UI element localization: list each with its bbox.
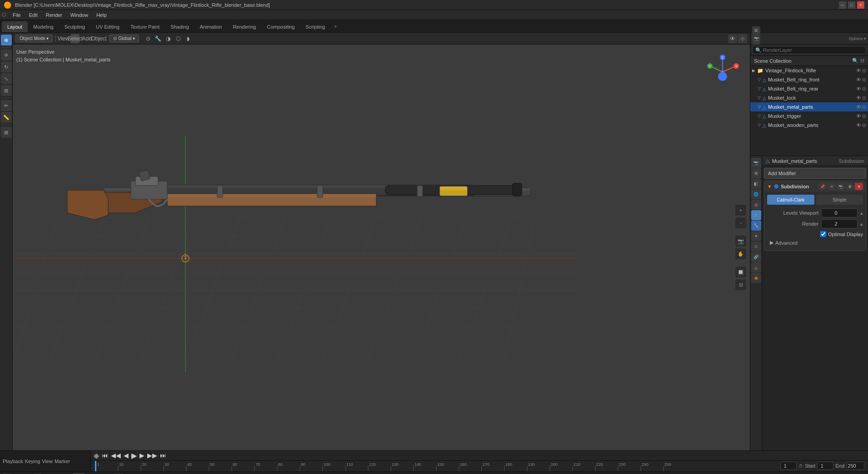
outliner-item-metal-parts[interactable]: ▽ △ Musket_metal_parts 👁 ⊙ <box>750 102 868 111</box>
next-keyframe-btn[interactable]: ▶▶ <box>147 452 157 459</box>
tab-texture-paint[interactable]: Texture Paint <box>125 21 165 32</box>
outliner-item-belt-ring-rear[interactable]: ▽ △ Musket_Belt_ring_rear 👁 ⊙ <box>750 84 868 93</box>
outliner-item-wooden[interactable]: ▽ △ Musket_wooden_parts 👁 ⊙ <box>750 121 868 130</box>
props-physics-btn[interactable]: ⊂ <box>751 242 761 252</box>
props-object-btn[interactable]: ▿ <box>751 210 761 220</box>
tool-move[interactable]: ✛ <box>1 50 12 61</box>
vis-sel-2[interactable]: ⊙ <box>862 86 866 92</box>
outliner-item-belt-ring-front[interactable]: ▽ △ Musket_Belt_ring_front 👁 ⊙ <box>750 75 868 84</box>
tool-measure[interactable]: 📏 <box>1 112 12 123</box>
start-frame-input[interactable] <box>817 462 833 470</box>
vis-eye-4[interactable]: 👁 <box>856 104 861 110</box>
next-frame-btn[interactable]: ▶ <box>140 452 145 459</box>
pivot-icon[interactable]: ⊙ <box>144 34 153 43</box>
add-modifier-button[interactable]: Add Modifier <box>764 168 866 179</box>
marker-menu[interactable]: Marker <box>55 459 70 464</box>
props-view-layer-btn[interactable]: ◧ <box>751 179 761 189</box>
props-constraints-btn[interactable]: 🔗 <box>751 252 761 262</box>
view-menu-tl[interactable]: View <box>42 459 53 464</box>
xray-icon[interactable]: ⬡ <box>174 34 183 43</box>
snap-icon[interactable]: 🔧 <box>154 34 163 43</box>
modifier-render-btn2[interactable]: 🖥 <box>846 183 854 190</box>
nav-gizmo[interactable]: Z X Y <box>704 54 741 90</box>
tool-add[interactable]: ⊞ <box>1 127 12 138</box>
view-menu[interactable]: View <box>59 34 68 43</box>
props-modifier-btn[interactable]: 🔧 <box>751 221 761 231</box>
local-view-btn[interactable]: 🔲 <box>735 267 746 277</box>
tool-rotate[interactable]: ↻ <box>1 61 12 72</box>
props-search-input[interactable] <box>752 46 866 54</box>
outliner-filter-icon[interactable]: 🔍 <box>852 58 858 64</box>
jump-end-btn[interactable]: ⏭ <box>160 452 166 459</box>
render-input[interactable]: 2 <box>821 219 858 228</box>
modifier-edit-btn[interactable]: ✏ <box>828 183 836 190</box>
outliner-item-collection[interactable]: ▶ 📁 Vintage_Flintlock_Rifle 👁 ⊙ <box>750 66 868 75</box>
props-particles-btn[interactable]: ✦ <box>751 231 761 241</box>
prev-frame-btn[interactable]: ◀ <box>124 452 129 459</box>
tab-scripting[interactable]: Scripting <box>300 21 330 32</box>
vis-sel-3[interactable]: ⊙ <box>862 95 866 101</box>
props-render-btn[interactable]: 📷 <box>751 158 761 168</box>
menu-file[interactable]: File <box>9 11 25 19</box>
tool-transform[interactable]: ⊞ <box>1 85 12 96</box>
vis-eye-5[interactable]: 👁 <box>856 113 861 119</box>
optimal-display-checkbox[interactable] <box>820 231 826 237</box>
tab-compositing[interactable]: Compositing <box>261 21 300 32</box>
vis-eye-6[interactable]: 👁 <box>856 122 861 128</box>
levels-viewport-decrement[interactable]: ▴ <box>860 210 863 216</box>
select-menu[interactable]: Select <box>70 34 80 43</box>
outliner-item-trigger[interactable]: ▽ △ Musket_trigger 👁 ⊙ <box>750 111 868 121</box>
tool-annotate[interactable]: ✏ <box>1 100 12 111</box>
minimize-button[interactable]: ─ <box>839 1 846 9</box>
render-decrement[interactable]: ▴ <box>860 221 863 227</box>
gizmo-btn[interactable]: ⊹ <box>738 34 747 43</box>
props-icon-render[interactable]: 📷 <box>752 35 760 43</box>
modifier-delete-btn[interactable]: ✕ <box>855 183 863 190</box>
vis-eye-2[interactable]: 👁 <box>856 86 861 92</box>
menu-render[interactable]: Render <box>42 11 66 19</box>
props-scene-btn[interactable]: 🌐 <box>751 189 761 199</box>
close-button[interactable]: ✕ <box>857 1 864 9</box>
prev-keyframe-btn[interactable]: ◀◀ <box>111 452 121 459</box>
advanced-section[interactable]: ▶ Advanced <box>767 238 863 247</box>
vis-eye-3[interactable]: 👁 <box>856 95 861 101</box>
simple-btn[interactable]: Simple <box>816 195 863 205</box>
end-frame-input[interactable] <box>846 462 864 470</box>
menu-help[interactable]: Help <box>93 11 110 19</box>
timeline-ruler[interactable]: 1 10 20 30 40 50 60 70 80 <box>91 461 868 471</box>
play-btn[interactable]: ▶ <box>131 451 137 460</box>
vis-select-icon[interactable]: ⊙ <box>862 68 866 74</box>
restore-button[interactable]: □ <box>848 1 855 9</box>
pan-view-btn[interactable]: ✋ <box>735 248 746 259</box>
outliner-item-lock[interactable]: ▽ △ Musket_lock 👁 ⊙ <box>750 93 868 102</box>
viewport-overlay-btn[interactable]: 👁 <box>728 34 737 43</box>
viewport-3d[interactable]: User Perspective (1) Scene Collection | … <box>13 45 750 450</box>
tab-rendering[interactable]: Rendering <box>227 21 261 32</box>
tab-uv-editing[interactable]: UV Editing <box>90 21 125 32</box>
props-icon-scene[interactable]: ⊞ <box>752 26 760 35</box>
modifier-expand-icon[interactable]: ▼ <box>767 184 772 189</box>
vis-sel-6[interactable]: ⊙ <box>862 122 866 128</box>
menu-edit[interactable]: Edit <box>25 11 41 19</box>
add-menu[interactable]: Add <box>82 34 91 43</box>
tab-add-button[interactable]: + <box>330 20 340 32</box>
zoom-in-btn[interactable]: + <box>735 205 746 216</box>
tab-layout[interactable]: Layout <box>2 21 28 32</box>
props-data-btn[interactable]: △ <box>751 262 761 272</box>
jump-start-btn[interactable]: ⏮ <box>102 452 108 459</box>
tab-modeling[interactable]: Modeling <box>28 21 59 32</box>
modifier-camera-btn[interactable]: 📷 <box>837 183 845 190</box>
props-output-btn[interactable]: ⊞ <box>751 168 761 178</box>
overlay-icon[interactable]: ◑ <box>164 34 173 43</box>
vis-sel-4[interactable]: ⊙ <box>862 104 866 110</box>
collection-btn[interactable]: ⊟ <box>735 279 746 290</box>
viewport[interactable]: Object Mode ▾ View Select Add Object ⊙ G… <box>13 33 750 450</box>
camera-view-btn[interactable]: 📷 <box>735 236 746 247</box>
tool-scale[interactable]: ⤡ <box>1 73 12 84</box>
tab-animation[interactable]: Animation <box>195 21 228 32</box>
outliner-options-icon[interactable]: ⊟ <box>860 58 864 64</box>
tab-sculpting[interactable]: Sculpting <box>59 21 90 32</box>
object-mode-dropdown[interactable]: Object Mode ▾ <box>15 35 53 42</box>
playback-menu[interactable]: Playback <box>3 459 23 464</box>
props-material-btn[interactable]: ◉ <box>751 273 761 283</box>
